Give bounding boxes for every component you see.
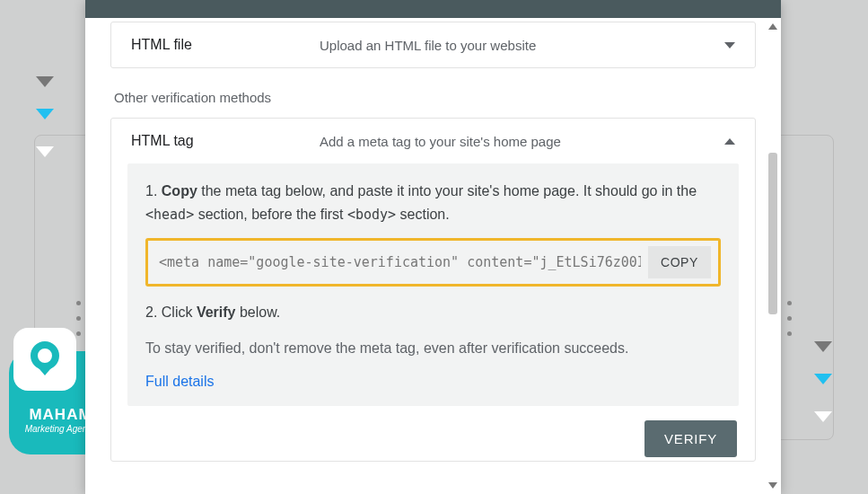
method-title: HTML tag [131,133,320,149]
logo-icon [13,328,76,391]
scroll-up-icon[interactable] [768,23,777,30]
bg-bullet-icon [76,331,81,336]
bg-bullet-icon [787,301,792,305]
method-html-file[interactable]: HTML file Upload an HTML file to your we… [111,22,755,67]
bg-arrow-icon [36,76,54,87]
dialog-header [85,0,781,18]
html-tag-instructions: 1. Copy the meta tag below, and paste it… [127,163,739,406]
step-2-text: 2. Click Verify below. [145,301,721,324]
bg-arrow-icon [36,109,54,119]
meta-tag-codebox: <meta name="google-site-verification" co… [145,238,721,287]
method-title: HTML file [131,37,320,53]
chevron-down-icon [724,42,735,49]
bg-bullet-icon [787,316,792,321]
verification-dialog: HTML file Upload an HTML file to your we… [85,0,781,494]
full-details-link[interactable]: Full details [145,374,214,390]
method-desc: Add a meta tag to your site's home page [320,134,724,149]
method-html-tag[interactable]: HTML tag Add a meta tag to your site's h… [111,119,755,163]
logo-name: MAHAM [29,406,92,424]
step-1-text: 1. Copy the meta tag below, and paste it… [145,180,721,225]
other-methods-label: Other verification methods [114,90,752,105]
chevron-up-icon [724,138,735,145]
scroll-down-icon[interactable] [768,482,777,489]
scrollbar[interactable] [767,18,779,494]
verification-note: To stay verified, don't remove the meta … [145,337,721,360]
bg-bullet-icon [76,316,81,321]
bg-bullet-icon [787,331,792,336]
bg-bullet-icon [76,301,81,305]
copy-button[interactable]: COPY [648,246,711,278]
method-desc: Upload an HTML file to your website [320,38,724,53]
verify-button[interactable]: VERIFY [644,420,737,457]
meta-tag-snippet[interactable]: <meta name="google-site-verification" co… [148,245,641,279]
scrollbar-thumb[interactable] [768,153,777,314]
